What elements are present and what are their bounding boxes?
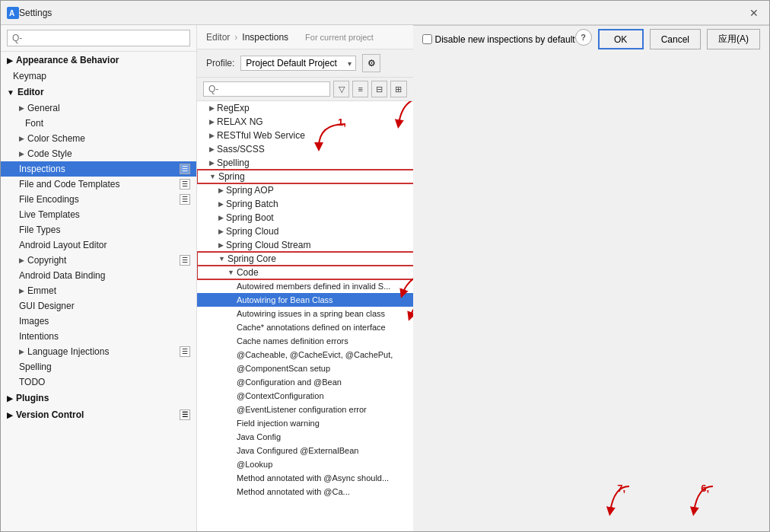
chevron-right-icon-general: ▶ — [19, 104, 24, 112]
sidebar-item-live-templates[interactable]: Live Templates — [1, 207, 196, 222]
profile-select[interactable]: Project Default Project Default — [240, 56, 356, 71]
sidebar-item-file-encodings[interactable]: File Encodings ☰ — [1, 192, 196, 207]
chevron-right-icon: ▶ — [7, 56, 13, 65]
copyright-badge: ☰ — [180, 255, 190, 266]
tree-item-regexp[interactable]: ▶ RegExp ✓ — [197, 101, 413, 115]
sidebar-item-spelling[interactable]: Spelling — [1, 359, 196, 374]
tree-item-cacheable[interactable]: @Cacheable, @CacheEvict, @CachePut, ✓ — [197, 348, 413, 362]
arrow-icon: ▼ — [228, 269, 234, 276]
tree-item-field-injection[interactable]: Field injection warning ✓ — [197, 416, 413, 430]
tree-item-spring-cloud[interactable]: ▶ Spring Cloud ✓ — [197, 225, 413, 238]
tree-item-cache-names[interactable]: Cache names definition errors ✓ — [197, 334, 413, 348]
tree-item-restful[interactable]: ▶ RESTful Web Service ✓ — [197, 129, 413, 142]
arrow-icon: ▶ — [209, 118, 215, 126]
tree-item-java-config[interactable]: Java Config ✓ — [197, 430, 413, 444]
sidebar-item-android-data-binding[interactable]: Android Data Binding — [1, 268, 196, 283]
filter-button[interactable]: ▽ — [333, 81, 349, 97]
sidebar-item-language-injections[interactable]: ▶ Language Injections ☰ — [1, 344, 196, 359]
tree-item-context-config[interactable]: @ContextConfiguration ✓ — [197, 389, 413, 403]
tree-item-spring-core[interactable]: ▼ Spring Core ✓ — [197, 252, 413, 266]
tree-item-spring-aop[interactable]: ▶ Spring AOP ✓ — [197, 183, 413, 197]
sidebar-item-color-scheme[interactable]: ▶ Color Scheme — [1, 131, 196, 146]
tree-item-spring-cloud-stream[interactable]: ▶ Spring Cloud Stream ✓ — [197, 238, 413, 252]
window-title: Settings — [19, 8, 745, 18]
chevron-right-icon-codestyle: ▶ — [19, 150, 24, 158]
right-panel: Editor › Inspections For current project… — [197, 25, 413, 531]
sidebar-item-file-types[interactable]: File Types — [1, 222, 196, 237]
sidebar-item-inspections[interactable]: Inspections ☰ — [1, 161, 196, 177]
tree-item-spring-batch[interactable]: ▶ Spring Batch ✓ — [197, 197, 413, 211]
tree-item-autowiring-bean[interactable]: Autowiring for Bean Class ✓ — [197, 293, 413, 307]
sidebar-item-general[interactable]: ▶ General — [1, 100, 196, 116]
apply-button[interactable]: 应用(A) — [707, 29, 760, 49]
vc-badge: ☰ — [180, 409, 190, 420]
sidebar-item-font[interactable]: Font — [1, 116, 196, 131]
tree-item-spelling[interactable]: ▶ Spelling ✓ — [197, 156, 413, 170]
annotation-7: 7, — [617, 483, 625, 494]
sidebar: ▶ Appearance & Behavior Keymap ▼ Editor … — [1, 25, 197, 531]
main-content: ▶ Appearance & Behavior Keymap ▼ Editor … — [1, 25, 769, 531]
tree-item-cache-annotations[interactable]: Cache* annotations defined on interface … — [197, 320, 413, 334]
tree-item-autowiring-spring[interactable]: Autowiring issues in a spring bean class… — [197, 307, 413, 320]
tree-item-spring-boot[interactable]: ▶ Spring Boot ✓ — [197, 211, 413, 225]
sidebar-item-images[interactable]: Images — [1, 314, 196, 329]
expand-all-button[interactable]: ≡ — [352, 81, 368, 97]
sidebar-item-code-style[interactable]: ▶ Code Style — [1, 146, 196, 161]
tree-item-method-ann2[interactable]: Method annotated with @Ca... ✓ — [197, 485, 413, 499]
inspection-tree: ▶ RegExp ✓ ▶ RELAX NG ✓ — [197, 101, 413, 531]
chevron-right-icon-plugins: ▶ — [7, 394, 13, 403]
sidebar-item-appearance[interactable]: ▶ Appearance & Behavior — [1, 52, 196, 68]
sidebar-item-todo[interactable]: TODO — [1, 374, 196, 390]
annotation-6: 6, — [701, 483, 709, 494]
tree-item-java-configured-bean[interactable]: Java Configured @ExternalBean ✓ — [197, 444, 413, 457]
tree-item-autowired-invalid[interactable]: Autowired members defined in invalid S..… — [197, 279, 413, 293]
buttons-container: ? OK Cancel 应用(A) — [575, 29, 760, 49]
disable-new-inspections-label: Disable new inspections by default — [435, 34, 575, 45]
chevron-right-icon-lang: ▶ — [19, 348, 24, 355]
help-button[interactable]: ? — [575, 29, 592, 46]
tree-item-relax-ng[interactable]: ▶ RELAX NG ✓ — [197, 115, 413, 129]
sidebar-item-editor[interactable]: ▼ Editor — [1, 84, 196, 100]
arrow-icon: ▶ — [209, 132, 215, 139]
ok-button[interactable]: OK — [598, 29, 644, 49]
tree-item-sass[interactable]: ▶ Sass/SCSS ✓ — [197, 142, 413, 156]
tree-item-component-scan[interactable]: @ComponentScan setup ✓ — [197, 362, 413, 375]
chevron-right-icon-cs: ▶ — [19, 135, 24, 142]
sidebar-item-gui-designer[interactable]: GUI Designer — [1, 298, 196, 314]
chevron-right-icon-vc: ▶ — [7, 411, 13, 419]
sidebar-search-container — [1, 25, 196, 52]
gear-button[interactable]: ⚙ — [362, 54, 380, 72]
close-button[interactable]: ✕ — [745, 4, 763, 22]
sidebar-item-file-code-templates[interactable]: File and Code Templates ☰ — [1, 177, 196, 192]
breadcrumb-editor[interactable]: Editor — [206, 32, 230, 43]
sidebar-item-copyright[interactable]: ▶ Copyright ☰ — [1, 253, 196, 268]
settings-window: A Settings ✕ ▶ Appearance & Behavior Key… — [0, 0, 770, 532]
profile-bar: Profile: Project Default Project Default… — [197, 49, 413, 78]
tree-item-lookup[interactable]: @Lookup ✓ — [197, 457, 413, 471]
collapse-all-button[interactable]: ⊟ — [371, 81, 387, 97]
sidebar-item-emmet[interactable]: ▶ Emmet — [1, 283, 196, 298]
tree-item-configuration-bean[interactable]: @Configuration and @Bean ✓ — [197, 375, 413, 389]
inspections-search-input[interactable] — [203, 81, 330, 97]
disable-new-inspections-checkbox[interactable] — [422, 34, 432, 44]
tree-item-code[interactable]: ▼ Code ✓ — [197, 266, 413, 279]
cancel-button[interactable]: Cancel — [650, 29, 701, 49]
sidebar-item-version-control[interactable]: ▶ Version Control ☰ — [1, 406, 196, 423]
arrow-icon: ▶ — [218, 241, 224, 249]
group-button[interactable]: ⊞ — [390, 81, 406, 97]
lang-inj-badge: ☰ — [180, 346, 190, 357]
arrow-icon: ▶ — [218, 186, 224, 194]
sidebar-item-android-layout-editor[interactable]: Android Layout Editor — [1, 237, 196, 253]
arrow-icon: ▼ — [209, 173, 216, 180]
tree-item-method-async[interactable]: Method annotated with @Async should... ✓ — [197, 471, 413, 485]
arrow-icon: ▼ — [218, 255, 225, 263]
file-enc-badge: ☰ — [180, 194, 190, 205]
breadcrumb: Editor › Inspections For current project — [197, 25, 413, 49]
sidebar-search-input[interactable] — [7, 30, 190, 46]
tree-item-event-listener[interactable]: @EventListener configuration error ✓ — [197, 403, 413, 416]
sidebar-item-plugins[interactable]: ▶ Plugins — [1, 390, 196, 406]
tree-item-spring[interactable]: ▼ Spring ✓ — [197, 170, 413, 183]
arrow-icon: ▶ — [209, 145, 215, 153]
sidebar-item-intentions[interactable]: Intentions — [1, 329, 196, 344]
sidebar-item-keymap[interactable]: Keymap — [1, 68, 196, 84]
